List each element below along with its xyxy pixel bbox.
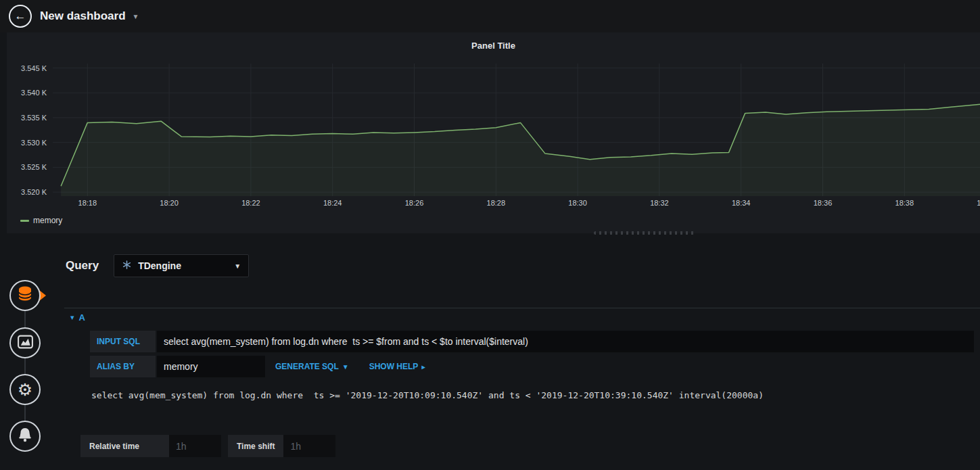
svg-text:3.535 K: 3.535 K: [21, 114, 47, 122]
query-header: Query TDengine ▼: [66, 254, 249, 277]
input-sql-field[interactable]: [157, 331, 974, 352]
svg-text:18:40: 18:40: [977, 199, 980, 207]
query-section-title: Query: [66, 259, 99, 273]
gear-icon: ⚙: [18, 381, 32, 398]
svg-text:18:18: 18:18: [78, 199, 97, 207]
generate-sql-button[interactable]: GENERATE SQL ▼: [265, 356, 359, 377]
svg-text:18:34: 18:34: [732, 199, 751, 207]
svg-text:18:22: 18:22: [241, 199, 260, 207]
show-help-button[interactable]: SHOW HELP ▸: [359, 356, 436, 377]
tab-alert[interactable]: [9, 421, 41, 452]
svg-text:18:32: 18:32: [650, 199, 669, 207]
legend-series-label[interactable]: memory: [33, 216, 62, 225]
query-row-letter: A: [79, 312, 85, 323]
svg-text:18:28: 18:28: [487, 199, 506, 207]
legend-series-color: [20, 220, 29, 222]
input-sql-label: INPUT SQL: [90, 331, 156, 352]
bell-icon: [18, 427, 32, 446]
svg-text:18:26: 18:26: [405, 199, 424, 207]
query-row-header[interactable]: ▾ A: [64, 308, 980, 327]
top-nav: ← New dashboard ▼: [0, 0, 980, 32]
graph-panel: Panel Title 3.520 K3.525 K3.530 K3.535 K…: [7, 32, 980, 233]
time-series-chart[interactable]: 3.520 K3.525 K3.530 K3.535 K3.540 K3.545…: [7, 58, 980, 212]
time-shift-input[interactable]: [283, 435, 335, 457]
svg-text:3.520 K: 3.520 K: [21, 188, 47, 196]
svg-text:18:24: 18:24: [323, 199, 342, 207]
generated-sql-preview: select avg(mem_system) from log.dn where…: [90, 390, 974, 400]
alias-by-label: ALIAS BY: [90, 356, 156, 377]
query-time-options: Relative time Time shift: [80, 435, 335, 457]
svg-text:18:30: 18:30: [568, 199, 587, 207]
show-help-label: SHOW HELP: [369, 362, 419, 371]
graph-image-icon: [17, 333, 34, 353]
chevron-down-icon: ▼: [234, 262, 241, 270]
chevron-right-icon: ▸: [421, 363, 425, 371]
collapse-caret-icon: ▾: [70, 313, 74, 322]
arrow-left-icon: ←: [15, 9, 26, 23]
input-sql-row: INPUT SQL: [90, 331, 974, 352]
svg-text:3.545 K: 3.545 K: [21, 64, 47, 72]
dashboard-title[interactable]: New dashboard: [40, 9, 126, 23]
query-form: INPUT SQL ALIAS BY GENERATE SQL ▼ SHOW H…: [90, 331, 974, 400]
grafana-app: ← New dashboard ▼ Panel Title 3.520 K3.5…: [0, 0, 980, 470]
tab-general-settings[interactable]: ⚙: [9, 374, 41, 405]
edit-tabs-rail: ⚙: [0, 243, 53, 470]
relative-time-label: Relative time: [80, 435, 169, 457]
svg-text:3.530 K: 3.530 K: [21, 139, 47, 147]
database-icon: [17, 285, 33, 306]
relative-time-input[interactable]: [169, 435, 221, 457]
alias-by-field[interactable]: [157, 356, 265, 377]
tdengine-logo-icon: [122, 260, 132, 273]
panel-title[interactable]: Panel Title: [7, 32, 980, 58]
svg-text:18:36: 18:36: [814, 199, 833, 207]
time-shift-label: Time shift: [228, 435, 283, 457]
tab-queries[interactable]: [9, 280, 41, 311]
chevron-down-icon: ▼: [342, 363, 349, 371]
query-editor-section: Query TDengine ▼ ▾ A: [57, 243, 980, 470]
svg-text:3.540 K: 3.540 K: [21, 89, 47, 97]
svg-text:18:38: 18:38: [895, 199, 914, 207]
svg-text:3.525 K: 3.525 K: [21, 163, 47, 171]
tab-visualization[interactable]: [9, 327, 41, 358]
alias-by-row: ALIAS BY GENERATE SQL ▼ SHOW HELP ▸: [90, 356, 974, 377]
svg-text:18:20: 18:20: [160, 199, 179, 207]
chart-legend: memory: [20, 216, 62, 225]
chevron-down-icon[interactable]: ▼: [133, 13, 139, 20]
back-button[interactable]: ←: [9, 5, 32, 28]
datasource-select[interactable]: TDengine ▼: [114, 254, 249, 277]
datasource-name: TDengine: [138, 260, 181, 271]
horizontal-scrollbar[interactable]: [594, 231, 697, 235]
generate-sql-label: GENERATE SQL: [275, 362, 339, 371]
